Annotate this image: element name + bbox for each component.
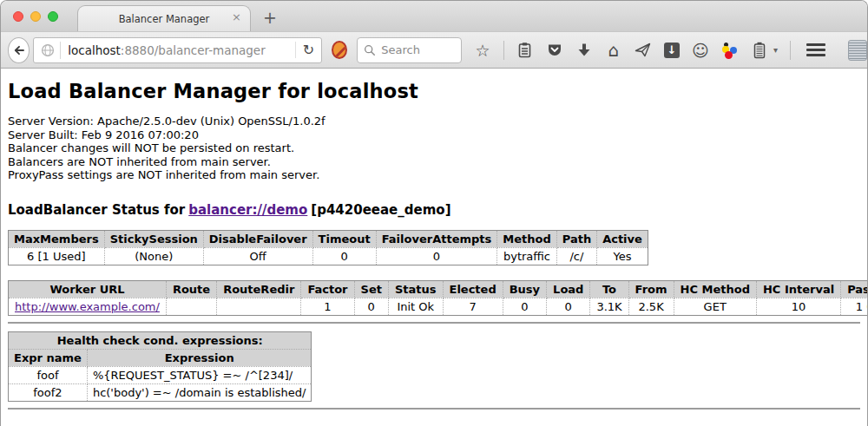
cell-factor: 1: [301, 298, 354, 315]
download-icon[interactable]: [575, 42, 593, 59]
loadbalancer-status-heading: LoadBalancer Status forbalancer://demo[p…: [8, 202, 860, 218]
reload-icon[interactable]: ↻: [295, 42, 316, 58]
search-field[interactable]: Search: [357, 37, 462, 63]
browser-window: Balancer Manager × + localhost:8880/bala…: [0, 0, 868, 426]
window-controls: [13, 11, 58, 22]
cell-expr-name: foof: [9, 366, 88, 383]
new-tab-button[interactable]: +: [263, 10, 277, 26]
health-table-title: Health check cond. expressions:: [9, 331, 312, 349]
proxypass-warning-line: ProxyPass settings are NOT inherited fro…: [8, 168, 860, 182]
col-header: From: [628, 280, 674, 298]
table-row: foof %{REQUEST_STATUS} =~ /^[234]/: [9, 366, 312, 383]
cell-expression: %{REQUEST_STATUS} =~ /^[234]/: [87, 366, 312, 383]
globe-icon: [41, 43, 55, 57]
divider: [8, 408, 860, 410]
table-header-row: MaxMembers StickySession DisableFailover…: [9, 230, 648, 247]
url-host: localhost: [68, 43, 121, 57]
close-window-button[interactable]: [13, 11, 23, 22]
col-header: MaxMembers: [9, 230, 105, 247]
tab-close-icon[interactable]: ×: [232, 11, 241, 23]
balancer-demo-link[interactable]: balancer://demo: [188, 202, 307, 218]
cell-method: bytraffic: [497, 247, 556, 265]
cell-busy: 0: [503, 298, 546, 315]
balancers-warning-line: Balancers are NOT inherited from main se…: [8, 155, 860, 169]
col-header: RouteRedir: [217, 280, 301, 298]
table-header-row: Worker URL Route RouteRedir Factor Set S…: [9, 280, 868, 298]
clipboard-icon[interactable]: [516, 42, 534, 59]
bookmark-star-icon[interactable]: ☆: [474, 42, 491, 59]
col-header: Worker URL: [9, 280, 167, 298]
url-path: :8880/balancer-manager: [121, 43, 266, 57]
cell-routeredir: [217, 298, 301, 315]
cell-elected: 7: [443, 298, 503, 315]
battery-extension-icon[interactable]: [751, 42, 768, 59]
search-icon: [364, 44, 376, 56]
page-title: Load Balancer Manager for localhost: [8, 80, 860, 102]
cell-stickysession: (None): [104, 247, 203, 265]
col-header: FailoverAttempts: [376, 230, 497, 247]
persist-warning-line: Balancer changes will NOT be persisted o…: [8, 141, 860, 155]
smiley-icon[interactable]: ☺: [692, 42, 709, 59]
cell-load: 0: [547, 298, 590, 315]
server-version-line: Server Version: Apache/2.5.0-dev (Unix) …: [8, 115, 860, 128]
toolbar-divider: [790, 41, 791, 60]
chevron-down-icon[interactable]: ▾: [773, 45, 778, 55]
balancer-settings-table: MaxMembers StickySession DisableFailover…: [8, 230, 648, 265]
cell-failoverattempts: 0: [376, 247, 497, 265]
col-header: DisableFailover: [203, 230, 312, 247]
send-plane-icon[interactable]: [635, 42, 652, 59]
cell-worker-url: http://www.example.com/: [9, 298, 167, 315]
back-arrow-icon: [12, 43, 26, 57]
worker-url-link[interactable]: http://www.example.com/: [15, 300, 160, 313]
cell-timeout: 0: [312, 247, 376, 265]
pocket-icon[interactable]: [546, 42, 563, 59]
cell-passes: 1 (0): [841, 298, 867, 315]
cell-hc-method: GET: [674, 298, 756, 315]
health-check-table: Health check cond. expressions: Expr nam…: [8, 331, 312, 402]
cell-hc-interval: 10: [756, 298, 840, 315]
col-header: Path: [556, 230, 596, 247]
cell-path: /c/: [556, 247, 596, 265]
status-suffix: [p4420eeae_demo]: [311, 202, 450, 218]
page-thumbnail-icon[interactable]: [848, 40, 867, 61]
back-button[interactable]: [8, 37, 30, 63]
table-title-row: Health check cond. expressions:: [9, 331, 312, 349]
col-header: StickySession: [104, 230, 203, 247]
server-built-line: Server Built: Feb 9 2016 07:00:20: [8, 128, 860, 142]
cell-expr-name: foof2: [9, 383, 88, 401]
minimize-window-button[interactable]: [30, 11, 41, 22]
table-row: foof2 hc('body') =~ /domain is establish…: [9, 383, 312, 401]
table-row: http://www.example.com/ 1 0 Init Ok 7 0 …: [9, 298, 868, 315]
col-header: Expression: [87, 349, 312, 366]
page-content: Load Balancer Manager for localhost Serv…: [1, 69, 867, 426]
col-header: Elected: [443, 280, 503, 298]
col-header: To: [590, 280, 628, 298]
navigation-toolbar: localhost:8880/balancer-manager ↻ Search…: [1, 31, 867, 69]
toolbar-divider: [503, 41, 504, 60]
menu-icon[interactable]: [806, 43, 825, 56]
divider: [8, 322, 860, 324]
cell-disablefailover: Off: [203, 247, 312, 265]
zoom-window-button[interactable]: [48, 11, 58, 22]
col-header: Status: [388, 280, 443, 298]
col-header: Method: [497, 230, 556, 247]
cell-to: 3.1K: [590, 298, 628, 315]
col-header: Route: [166, 280, 216, 298]
table-header-row: Expr name Expression: [9, 349, 312, 366]
col-header: HC Method: [674, 280, 756, 298]
cell-set: 0: [354, 298, 388, 315]
toolbar-icon-row: ☆ ⌂: [474, 40, 860, 61]
col-header: Load: [547, 280, 590, 298]
url-bar[interactable]: localhost:8880/balancer-manager ↻: [33, 37, 322, 63]
cell-from: 2.5K: [628, 298, 674, 315]
video-download-icon[interactable]: ↓: [664, 43, 680, 58]
tab-balancer-manager[interactable]: Balancer Manager ×: [77, 5, 251, 31]
content-blocked-icon[interactable]: [332, 41, 347, 59]
table-row: 6 [1 Used] (None) Off 0 0 bytraffic /c/ …: [9, 247, 648, 265]
urlbar-divider: [60, 42, 61, 59]
worker-status-table: Worker URL Route RouteRedir Factor Set S…: [8, 280, 867, 316]
colored-dots-extension-icon[interactable]: [721, 42, 739, 59]
cell-route: [166, 298, 216, 315]
home-icon[interactable]: ⌂: [605, 42, 622, 59]
url-text[interactable]: localhost:8880/balancer-manager: [68, 43, 295, 57]
